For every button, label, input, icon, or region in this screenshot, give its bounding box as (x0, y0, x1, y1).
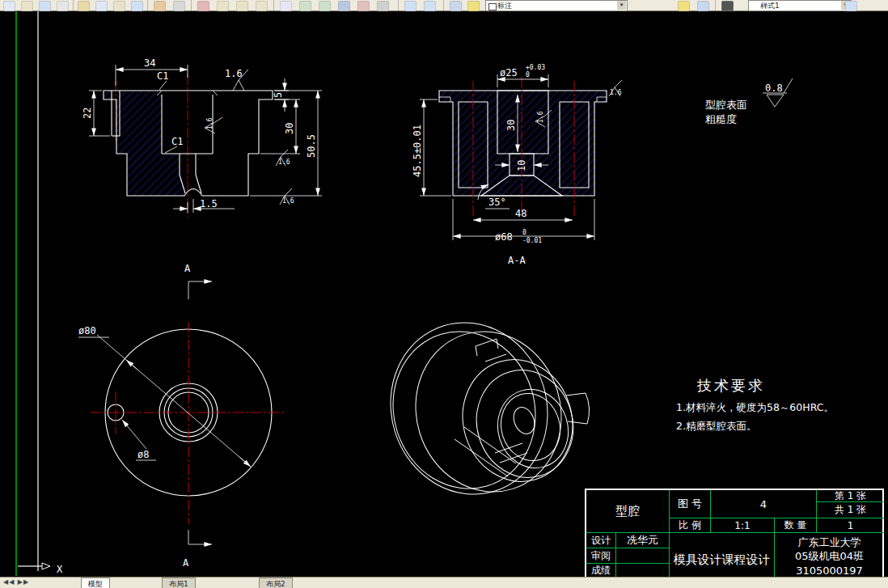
svg-text:48: 48 (515, 208, 526, 219)
chamfer-label-top: C1 (157, 70, 168, 90)
table-icon[interactable] (299, 1, 311, 11)
svg-text:ø68: ø68 (495, 231, 513, 243)
open-icon[interactable] (21, 1, 33, 11)
block-icon[interactable] (319, 1, 331, 11)
section-label: A-A (508, 255, 526, 266)
svg-text:A: A (183, 557, 189, 569)
svg-text:A: A (184, 263, 191, 274)
layer-color-swatch (488, 3, 497, 11)
properties-icon[interactable] (404, 1, 417, 11)
layer-dropdown-value: 标注 (497, 2, 512, 10)
svg-text:30: 30 (505, 120, 517, 131)
new-icon[interactable] (3, 1, 15, 11)
zoom-window-icon[interactable] (236, 1, 248, 11)
aa-section-view: ø25 +0.03 0 45.5±0.01 30 1.6 (412, 64, 622, 266)
match-properties-icon[interactable] (131, 1, 143, 11)
pan-icon[interactable] (197, 1, 209, 11)
zoom-previous-icon[interactable] (256, 1, 268, 11)
isometric-view (370, 303, 590, 514)
copy-icon[interactable] (95, 1, 108, 11)
image-icon[interactable] (357, 1, 370, 11)
roughness-value: 0.8 (765, 82, 783, 94)
tab-layout1[interactable]: 布局1 (162, 577, 196, 588)
svg-text:30: 30 (284, 123, 295, 134)
roughness-aa-top: 1.6 (609, 80, 622, 96)
chevron-down-icon[interactable]: ▾ (617, 1, 626, 10)
tech-req-title: 技术要求 (696, 377, 765, 394)
dim-30: 30 (260, 99, 300, 154)
ucs-icon: X (18, 563, 63, 575)
pen-style-icon[interactable] (721, 1, 734, 11)
chamfer-label-mid: C1 (165, 136, 183, 153)
undo-icon[interactable] (154, 1, 166, 11)
section-arrow-top: A (184, 263, 212, 299)
svg-text:22: 22 (82, 108, 93, 119)
dim-48: 48 (473, 208, 573, 220)
tab-model[interactable]: 模型 (81, 577, 110, 588)
text-style-icon[interactable] (280, 1, 292, 11)
org-line-2: 05级机电04班 (775, 549, 884, 564)
dim-50-5: 50.5 (250, 91, 322, 196)
part-name-cell: 型腔 (586, 490, 669, 532)
svg-text:1.6: 1.6 (537, 111, 544, 123)
scale-value: 1:1 (711, 518, 774, 532)
roughness-bottom: 1.6 (280, 188, 294, 205)
tech-requirements: 技术要求 1.材料淬火，硬度为58～60HRC。 2.精磨型腔表面。 (676, 377, 834, 432)
layer-dropdown[interactable]: 标注 ▾ (485, 0, 628, 11)
make-layer-current-icon[interactable] (678, 1, 690, 11)
review-label: 审阅 (586, 548, 615, 563)
svg-text:+0.03: +0.03 (526, 64, 545, 71)
org-line-1: 广东工业大学 (775, 535, 884, 550)
svg-text:ø25: ø25 (500, 67, 518, 78)
toolbar: 标注 ▾ 样式1 ▾ (0, 0, 888, 11)
section-arrow-bottom: A (183, 530, 212, 569)
svg-text:45.5±0.01: 45.5±0.01 (412, 125, 423, 177)
tab-nav-arrows[interactable]: ◀◀ ▶▶ (3, 578, 29, 586)
svg-text:1.6: 1.6 (206, 117, 214, 129)
save-icon[interactable] (39, 1, 51, 11)
svg-text:ø80: ø80 (78, 325, 96, 336)
svg-text:1.6: 1.6 (610, 89, 622, 96)
roughness-bore: 1.6 (205, 117, 222, 133)
grade-label: 成绩 (586, 564, 615, 577)
style-dropdown-value: 样式1 (760, 2, 780, 10)
dim-height-45-5: 45.5±0.01 (412, 99, 451, 196)
layer-previous-icon[interactable] (697, 1, 709, 11)
cut-icon[interactable] (78, 1, 90, 11)
print-icon[interactable] (57, 1, 69, 11)
svg-text:粗糙度: 粗糙度 (705, 113, 737, 125)
svg-text:ø8: ø8 (137, 449, 149, 460)
svg-text:C1: C1 (171, 136, 183, 147)
dim-bore-25: ø25 +0.03 0 (497, 64, 548, 87)
roughness-step: 1.6 (276, 150, 290, 166)
hatch-icon[interactable] (338, 1, 350, 11)
drawing-no-label: 图 号 (670, 490, 710, 518)
designcenter-icon[interactable] (424, 1, 436, 11)
roughness-top: 1.6 (225, 68, 248, 91)
cad-application-window: 标注 ▾ 样式1 ▾ X (0, 0, 888, 588)
svg-text:0: 0 (522, 229, 526, 236)
layer-states-icon[interactable] (467, 1, 480, 11)
dim-outer-68: ø68 0 -0.01 (453, 199, 594, 244)
svg-text:34: 34 (144, 57, 155, 69)
svg-text:10: 10 (516, 160, 527, 171)
style-dropdown[interactable]: 样式1 ▾ (748, 0, 852, 11)
help-icon[interactable] (845, 1, 857, 11)
zoom-realtime-icon[interactable] (217, 1, 229, 11)
redo-icon[interactable] (173, 1, 185, 11)
layers-icon[interactable] (450, 1, 462, 11)
sheet-total-cell: 共 1 张 (817, 502, 884, 518)
grid-icon[interactable] (377, 1, 389, 11)
svg-text:1.6: 1.6 (278, 159, 290, 166)
qty-label: 数 量 (775, 518, 816, 532)
svg-text:型腔表面: 型腔表面 (705, 99, 747, 111)
tech-req-item-2: 2.精磨型腔表面。 (676, 420, 756, 432)
sheet-no-cell: 第 1 张 (817, 490, 884, 501)
ucs-x-label: X (57, 564, 63, 575)
paste-icon[interactable] (113, 1, 125, 11)
tech-req-item-1: 1.材料淬火，硬度为58～60HRC。 (676, 401, 834, 413)
org-line-3: 3105000197 (775, 563, 884, 577)
tab-layout2[interactable]: 布局2 (259, 577, 293, 588)
scale-label: 比 例 (670, 518, 710, 532)
sheet-border (16, 11, 38, 576)
